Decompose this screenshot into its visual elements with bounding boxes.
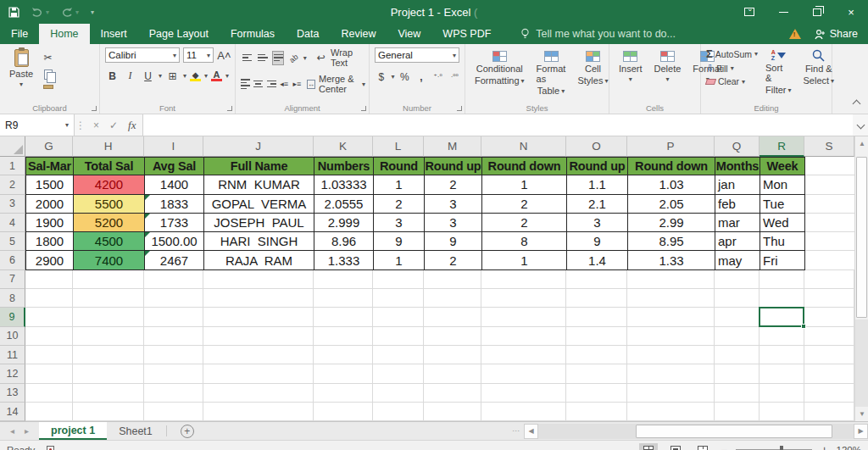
cell-I1[interactable]: Avg Sal [145, 157, 204, 175]
increase-indent-icon[interactable]: ▸≡ [292, 77, 302, 92]
top-align-icon[interactable] [241, 51, 253, 65]
cell-Q11[interactable] [715, 346, 760, 364]
insert-function-icon[interactable]: fx [128, 119, 136, 132]
cell-N2[interactable]: 1 [482, 175, 567, 194]
cell-M2[interactable]: 2 [425, 175, 482, 194]
scroll-right-icon[interactable]: ▶ [854, 424, 868, 439]
vertical-scrollbar[interactable]: ▲ ▼ [854, 136, 868, 421]
clipboard-dialog-launcher[interactable] [92, 106, 97, 111]
cell-L14[interactable] [373, 403, 424, 421]
cell-H14[interactable] [73, 403, 144, 421]
expand-formula-bar-icon[interactable] [853, 114, 868, 136]
cell-L8[interactable] [373, 289, 424, 308]
cell-G5[interactable]: 1800 [25, 232, 74, 251]
cell-R8[interactable] [760, 289, 804, 308]
cell-P1[interactable]: Round down [628, 157, 715, 175]
cell-O14[interactable] [566, 403, 627, 421]
font-size-select[interactable]: 11▾ [183, 47, 214, 63]
cell-H2[interactable]: 4200 [74, 175, 145, 194]
row-header-8[interactable]: 8 [0, 289, 25, 308]
cell-J11[interactable] [203, 346, 314, 364]
number-dialog-launcher[interactable] [457, 106, 462, 111]
cell-I2[interactable]: 1400 [145, 175, 204, 194]
vertical-scroll-thumb[interactable] [856, 157, 867, 318]
cell-J4[interactable]: JOSEPH PAUL [204, 214, 314, 232]
normal-view-icon[interactable] [639, 443, 658, 450]
wrap-text-button[interactable]: ↩ Wrap Text [315, 47, 365, 68]
cell-J8[interactable] [203, 289, 314, 308]
cell-L10[interactable] [373, 327, 424, 346]
cell-G10[interactable] [25, 327, 73, 346]
zoom-out-icon[interactable]: − [721, 443, 727, 450]
insert-cells-button[interactable]: Insert▾ [615, 49, 647, 85]
cell-Q6[interactable]: may [715, 251, 760, 269]
cell-H10[interactable] [73, 327, 144, 346]
row-header-14[interactable]: 14 [0, 403, 25, 421]
cell-I11[interactable] [144, 346, 203, 364]
format-as-table-button[interactable]: Format as Table▾ [532, 49, 570, 97]
cell-R10[interactable] [760, 327, 804, 346]
align-right-icon[interactable] [266, 77, 275, 92]
cell-R12[interactable] [760, 364, 804, 383]
bottom-align-icon[interactable] [272, 51, 285, 65]
cell-R3[interactable]: Tue [760, 195, 805, 214]
autosum-button[interactable]: Σ AutoSum▾ [706, 47, 758, 60]
column-header-J[interactable]: J [203, 136, 314, 157]
sort-filter-button[interactable]: AZ Sort & Filter▾ [761, 47, 795, 97]
row-header-4[interactable]: 4 [0, 214, 25, 232]
cell-P10[interactable] [627, 327, 715, 346]
cell-P13[interactable] [627, 384, 715, 403]
cell-H13[interactable] [73, 384, 144, 403]
cell-H1[interactable]: Total Sal [74, 157, 145, 175]
row-header-1[interactable]: 1 [0, 157, 25, 175]
cell-Q3[interactable]: feb [715, 195, 760, 214]
enter-icon[interactable]: ✓ [109, 119, 118, 131]
font-name-select[interactable]: Calibri▾ [105, 47, 180, 63]
redo-icon[interactable]: ▾ [61, 7, 79, 17]
cell-O1[interactable]: Round up [567, 157, 628, 175]
column-header-M[interactable]: M [424, 136, 481, 157]
formula-input[interactable] [143, 114, 853, 136]
cell-L3[interactable]: 2 [374, 195, 425, 214]
cell-Q9[interactable] [715, 308, 760, 326]
zoom-in-icon[interactable]: + [821, 443, 827, 450]
decrease-indent-icon[interactable]: ◂≡ [280, 77, 289, 92]
restore-icon[interactable] [800, 0, 834, 24]
cell-O10[interactable] [566, 327, 627, 346]
cell-P12[interactable] [627, 364, 715, 383]
column-header-Q[interactable]: Q [715, 136, 760, 157]
cell-N11[interactable] [481, 346, 566, 364]
cell-N9[interactable] [481, 308, 566, 326]
cell-I8[interactable] [144, 289, 203, 308]
sheet-tab-sheet1[interactable]: Sheet1 [107, 422, 164, 440]
cell-R14[interactable] [760, 403, 804, 421]
cell-N8[interactable] [481, 289, 566, 308]
tab-home[interactable]: Home [39, 24, 89, 44]
cell-G14[interactable] [25, 403, 73, 421]
undo-icon[interactable]: ▾ [31, 7, 49, 17]
cell-S11[interactable] [804, 346, 854, 364]
cell-J7[interactable] [203, 270, 314, 289]
cell-S3[interactable] [805, 195, 855, 214]
cell-S5[interactable] [805, 232, 855, 251]
minimize-icon[interactable] [766, 0, 800, 24]
comma-format-icon[interactable]: , [415, 69, 428, 84]
scroll-down-icon[interactable]: ▼ [855, 407, 868, 421]
cell-I6[interactable]: 2467 [145, 251, 204, 269]
cell-S14[interactable] [804, 403, 854, 421]
cell-I10[interactable] [144, 327, 203, 346]
cell-S6[interactable] [805, 251, 855, 269]
cell-Q10[interactable] [715, 327, 760, 346]
cell-Q12[interactable] [715, 364, 760, 383]
cell-N10[interactable] [481, 327, 566, 346]
cell-M12[interactable] [424, 364, 481, 383]
cell-H11[interactable] [73, 346, 144, 364]
cell-R13[interactable] [760, 384, 804, 403]
cell-S2[interactable] [805, 175, 855, 194]
cell-L11[interactable] [373, 346, 424, 364]
cell-J3[interactable]: GOPAL VERMA [204, 195, 314, 214]
cell-R11[interactable] [760, 346, 804, 364]
cell-H6[interactable]: 7400 [74, 251, 145, 269]
cell-P3[interactable]: 2.05 [628, 195, 715, 214]
cell-N1[interactable]: Round down [482, 157, 567, 175]
